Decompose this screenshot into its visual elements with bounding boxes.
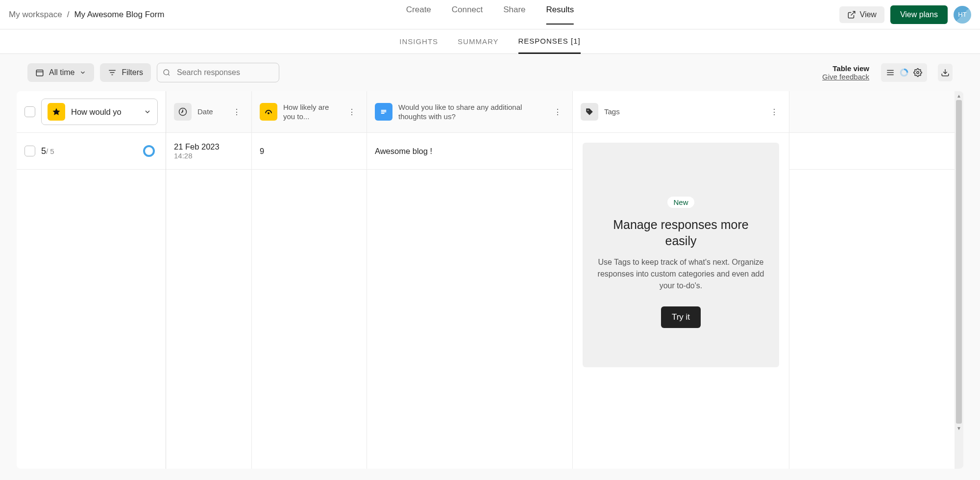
question-column-header: How would yo (17, 91, 166, 133)
new-badge: New (667, 197, 694, 208)
tags-promo-card: New Manage responses more easily Use Tag… (583, 143, 779, 367)
text-icon (375, 103, 392, 121)
breadcrumb: My workspace / My Awesome Blog Form (9, 10, 164, 20)
svg-line-7 (168, 74, 170, 76)
avatar[interactable]: HT (954, 6, 971, 24)
promo-body: Use Tags to keep track of what's next. O… (597, 256, 764, 292)
toolbar: All time Filters Table view Give feedbac… (0, 54, 980, 91)
tag-icon (581, 103, 598, 121)
thoughts-cell: Awesome blog ! (367, 133, 572, 170)
top-nav: Create Connect Share Results (406, 5, 574, 25)
tab-summary[interactable]: SUMMARY (458, 30, 498, 53)
search-icon (163, 69, 171, 76)
empty-cell (789, 133, 963, 170)
column-menu-button[interactable]: ⋮ (767, 105, 781, 119)
thoughts-column-header: Would you like to share any additional t… (367, 91, 572, 133)
view-toggle (881, 63, 927, 82)
svg-point-12 (917, 72, 919, 74)
settings-icon[interactable] (911, 66, 924, 79)
column-menu-button[interactable]: ⋮ (230, 105, 244, 119)
select-all-checkbox[interactable] (24, 106, 35, 117)
tags-column-title: Tags (604, 107, 761, 117)
view-button-label: View (860, 10, 877, 19)
nps-cell: 9 (252, 133, 367, 170)
svg-point-16 (268, 113, 269, 114)
row-checkbox[interactable] (24, 146, 35, 156)
question-selector-label: How would yo (71, 107, 138, 117)
breadcrumb-separator: / (67, 10, 70, 20)
nps-column-header: How likely are you to... ⋮ (252, 91, 367, 133)
clock-icon (174, 103, 192, 121)
date-cell: 21 Feb 2023 14:28 (166, 133, 251, 170)
vertical-scrollbar[interactable]: ▲ ▼ (955, 91, 963, 469)
chevron-down-icon (79, 69, 86, 76)
thoughts-column: Would you like to share any additional t… (367, 91, 573, 469)
tab-insights[interactable]: INSIGHTS (399, 30, 438, 53)
column-menu-button[interactable]: ⋮ (345, 105, 359, 119)
filters-button[interactable]: Filters (100, 63, 151, 82)
give-feedback-link[interactable]: Give feedback (822, 73, 869, 81)
tab-responses[interactable]: RESPONSES [1] (518, 29, 581, 54)
svg-line-0 (851, 11, 855, 15)
download-icon (941, 68, 950, 77)
search-input[interactable] (157, 63, 279, 82)
nav-connect[interactable]: Connect (452, 5, 483, 25)
list-view-icon[interactable] (884, 66, 897, 79)
table-view-info: Table view Give feedback (822, 64, 869, 81)
try-it-button[interactable]: Try it (661, 306, 701, 328)
nav-results[interactable]: Results (546, 5, 574, 25)
search-wrap (157, 63, 279, 82)
table-row[interactable]: 5/ 5 (17, 133, 166, 170)
status-indicator-icon (143, 145, 155, 157)
header-actions: View View plans HT (839, 5, 971, 24)
date-column-title: Date (197, 107, 224, 117)
filter-icon (108, 68, 117, 77)
view-plans-button[interactable]: View plans (890, 5, 948, 24)
view-button[interactable]: View (839, 6, 884, 23)
column-menu-button[interactable]: ⋮ (551, 105, 564, 119)
svg-point-20 (588, 110, 588, 111)
sub-nav: INSIGHTS SUMMARY RESPONSES [1] (0, 29, 980, 54)
gauge-icon (260, 103, 277, 121)
question-column: How would yo 5/ 5 (17, 91, 166, 469)
nps-column: How likely are you to... ⋮ 9 (252, 91, 367, 469)
date-column-header: Date ⋮ (166, 91, 251, 133)
responses-table: How would yo 5/ 5 Date ⋮ 21 (17, 91, 963, 469)
nav-share[interactable]: Share (503, 5, 525, 25)
scroll-up-icon[interactable]: ▲ (955, 91, 963, 100)
svg-rect-1 (36, 70, 43, 76)
app-header: My workspace / My Awesome Blog Form Crea… (0, 0, 980, 29)
tags-column: Tags ⋮ New Manage responses more easily … (573, 91, 789, 469)
question-selector-dropdown[interactable]: How would yo (41, 99, 158, 125)
scroll-thumb[interactable] (956, 100, 962, 424)
external-link-icon (847, 10, 856, 19)
loading-spinner-icon (898, 66, 910, 79)
breadcrumb-workspace[interactable]: My workspace (9, 10, 62, 20)
table-view-title: Table view (822, 64, 869, 73)
calendar-icon (35, 68, 44, 77)
scroll-down-icon[interactable]: ▼ (955, 424, 963, 432)
filters-label: Filters (122, 68, 143, 77)
chevron-down-icon (144, 108, 151, 116)
date-column: Date ⋮ 21 Feb 2023 14:28 (166, 91, 252, 469)
breadcrumb-current[interactable]: My Awesome Blog Form (74, 10, 164, 20)
time-filter-label: All time (49, 68, 74, 77)
nav-create[interactable]: Create (406, 5, 431, 25)
thoughts-column-title: Would you like to share any additional t… (398, 102, 545, 122)
time-filter-dropdown[interactable]: All time (27, 63, 94, 82)
nps-column-title: How likely are you to... (283, 102, 339, 122)
content: How would yo 5/ 5 Date ⋮ 21 (0, 91, 980, 480)
score-value: 5/ 5 (41, 146, 54, 156)
svg-marker-14 (53, 108, 60, 115)
tags-column-header: Tags ⋮ (573, 91, 789, 133)
empty-column (789, 91, 963, 469)
star-icon (48, 103, 65, 121)
promo-title: Manage responses more easily (597, 217, 764, 249)
svg-point-6 (164, 70, 169, 75)
empty-column-header (789, 91, 963, 133)
download-button[interactable] (938, 64, 953, 81)
